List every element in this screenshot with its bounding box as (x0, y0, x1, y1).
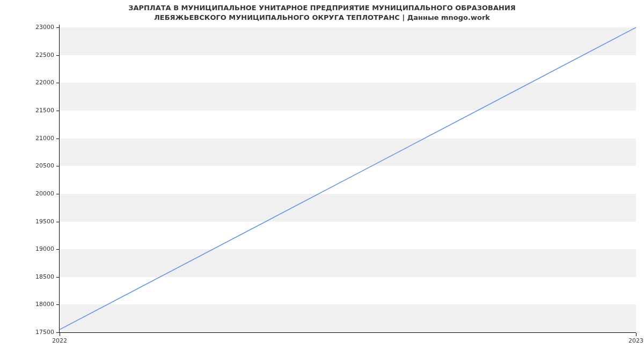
y-tick-label: 19000 (35, 245, 60, 252)
y-tick-label: 17500 (35, 329, 60, 336)
y-tick-label: 18500 (35, 273, 60, 280)
y-tick-label: 22500 (35, 52, 60, 59)
y-tick-label: 18000 (35, 301, 60, 308)
y-tick-label: 21000 (35, 135, 60, 142)
chart-title: ЗАРПЛАТА В МУНИЦИПАЛЬНОЕ УНИТАРНОЕ ПРЕДП… (0, 3, 644, 22)
chart-title-line2: ЛЕБЯЖЬЕВСКОГО МУНИЦИПАЛЬНОГО ОКРУГА ТЕПЛ… (154, 13, 490, 21)
series-line (60, 27, 636, 330)
x-tick-mark (636, 333, 636, 336)
y-tick-label: 20500 (35, 162, 60, 169)
line-layer (60, 25, 636, 332)
y-tick-label: 19500 (35, 218, 60, 225)
y-tick-label: 20000 (35, 190, 60, 197)
chart-title-line1: ЗАРПЛАТА В МУНИЦИПАЛЬНОЕ УНИТАРНОЕ ПРЕДП… (128, 4, 516, 12)
x-tick-label: 2023 (628, 337, 643, 344)
x-tick-label: 2022 (52, 337, 67, 344)
y-tick-label: 22000 (35, 79, 60, 86)
chart-container: ЗАРПЛАТА В МУНИЦИПАЛЬНОЕ УНИТАРНОЕ ПРЕДП… (0, 0, 644, 349)
x-tick-mark (60, 333, 60, 336)
y-tick-label: 23000 (35, 24, 60, 31)
plot-area: 1750018000185001900019500200002050021000… (59, 25, 636, 333)
y-tick-label: 21500 (35, 107, 60, 114)
